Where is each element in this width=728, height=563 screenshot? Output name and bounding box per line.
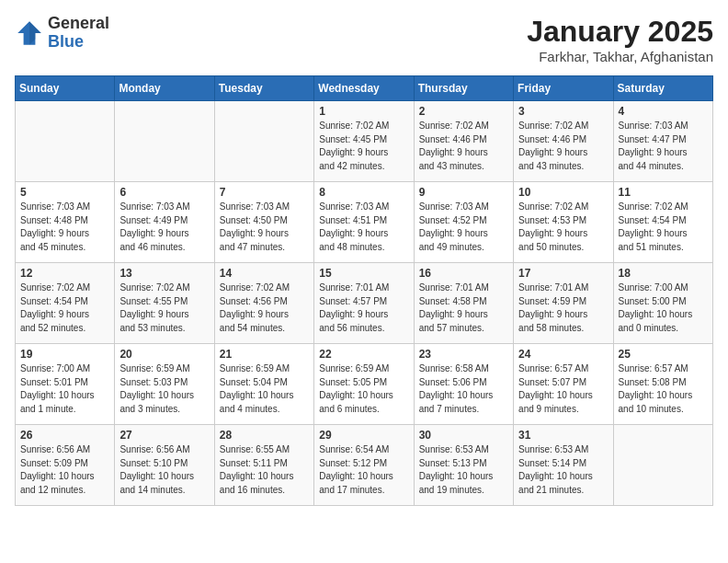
logo-text: General Blue [48,15,109,52]
calendar-cell: 3Sunrise: 7:02 AM Sunset: 4:46 PM Daylig… [514,101,613,182]
calendar-cell [16,101,115,182]
calendar-cell: 24Sunrise: 6:57 AM Sunset: 5:07 PM Dayli… [514,344,613,425]
calendar-body: 1Sunrise: 7:02 AM Sunset: 4:45 PM Daylig… [16,101,713,506]
day-info: Sunrise: 6:56 AM Sunset: 5:09 PM Dayligh… [20,443,109,497]
header-day-thursday: Thursday [414,76,513,101]
day-number: 31 [518,429,608,442]
week-row-2: 5Sunrise: 7:03 AM Sunset: 4:48 PM Daylig… [16,182,713,263]
calendar-cell: 17Sunrise: 7:01 AM Sunset: 4:59 PM Dayli… [514,263,613,344]
calendar-cell: 20Sunrise: 6:59 AM Sunset: 5:03 PM Dayli… [115,344,214,425]
day-number: 24 [518,348,608,361]
day-number: 10 [518,186,608,199]
day-info: Sunrise: 7:02 AM Sunset: 4:54 PM Dayligh… [619,201,708,254]
day-info: Sunrise: 7:02 AM Sunset: 4:53 PM Dayligh… [518,201,608,254]
header-day-tuesday: Tuesday [214,76,313,101]
calendar-cell: 18Sunrise: 7:00 AM Sunset: 5:00 PM Dayli… [613,263,712,344]
calendar-cell: 4Sunrise: 7:03 AM Sunset: 4:47 PM Daylig… [613,101,712,182]
day-info: Sunrise: 6:53 AM Sunset: 5:13 PM Dayligh… [419,443,508,497]
logo-icon [15,18,44,48]
calendar-cell: 16Sunrise: 7:01 AM Sunset: 4:58 PM Dayli… [414,263,513,344]
day-info: Sunrise: 6:59 AM Sunset: 5:03 PM Dayligh… [119,362,209,416]
day-info: Sunrise: 6:55 AM Sunset: 5:11 PM Dayligh… [220,443,309,497]
day-number: 29 [319,429,408,442]
calendar-cell: 26Sunrise: 6:56 AM Sunset: 5:09 PM Dayli… [16,425,115,506]
day-info: Sunrise: 7:02 AM Sunset: 4:46 PM Dayligh… [518,120,608,173]
day-info: Sunrise: 6:57 AM Sunset: 5:08 PM Dayligh… [619,362,708,416]
calendar-cell: 7Sunrise: 7:03 AM Sunset: 4:50 PM Daylig… [214,182,313,263]
calendar-cell: 13Sunrise: 7:02 AM Sunset: 4:55 PM Dayli… [115,263,214,344]
calendar-cell: 28Sunrise: 6:55 AM Sunset: 5:11 PM Dayli… [214,425,313,506]
day-info: Sunrise: 7:00 AM Sunset: 5:00 PM Dayligh… [619,282,708,335]
day-number: 16 [419,267,508,280]
logo-general-text: General [48,15,109,33]
day-info: Sunrise: 7:02 AM Sunset: 4:56 PM Dayligh… [220,282,309,335]
day-number: 8 [319,186,408,199]
week-row-3: 12Sunrise: 7:02 AM Sunset: 4:54 PM Dayli… [16,263,713,344]
day-info: Sunrise: 7:03 AM Sunset: 4:51 PM Dayligh… [319,201,408,254]
day-info: Sunrise: 6:57 AM Sunset: 5:07 PM Dayligh… [518,362,608,416]
calendar-header: SundayMondayTuesdayWednesdayThursdayFrid… [16,76,713,101]
location-title: Farkhar, Takhar, Afghanistan [527,49,713,64]
calendar-cell: 19Sunrise: 7:00 AM Sunset: 5:01 PM Dayli… [16,344,115,425]
calendar-cell: 30Sunrise: 6:53 AM Sunset: 5:13 PM Dayli… [414,425,513,506]
header-row: SundayMondayTuesdayWednesdayThursdayFrid… [16,76,713,101]
day-number: 3 [518,105,608,118]
calendar-cell: 31Sunrise: 6:53 AM Sunset: 5:14 PM Dayli… [514,425,613,506]
day-info: Sunrise: 7:01 AM Sunset: 4:57 PM Dayligh… [319,282,408,335]
day-number: 30 [419,429,508,442]
calendar-cell: 29Sunrise: 6:54 AM Sunset: 5:12 PM Dayli… [314,425,414,506]
day-number: 4 [619,105,708,118]
day-info: Sunrise: 7:03 AM Sunset: 4:48 PM Dayligh… [20,201,109,254]
day-number: 26 [20,429,109,442]
calendar-cell: 5Sunrise: 7:03 AM Sunset: 4:48 PM Daylig… [16,182,115,263]
day-number: 18 [619,267,708,280]
day-info: Sunrise: 7:03 AM Sunset: 4:47 PM Dayligh… [619,120,708,173]
logo-blue-text: Blue [48,33,109,52]
day-info: Sunrise: 7:02 AM Sunset: 4:55 PM Dayligh… [119,282,209,335]
day-number: 12 [20,267,109,280]
calendar-cell: 10Sunrise: 7:02 AM Sunset: 4:53 PM Dayli… [514,182,613,263]
day-info: Sunrise: 7:03 AM Sunset: 4:50 PM Dayligh… [220,201,309,254]
day-info: Sunrise: 6:59 AM Sunset: 5:04 PM Dayligh… [220,362,309,416]
calendar-cell [214,101,313,182]
day-number: 25 [619,348,708,361]
header-day-monday: Monday [115,76,214,101]
month-title: January 2025 [527,15,713,49]
calendar-cell: 23Sunrise: 6:58 AM Sunset: 5:06 PM Dayli… [414,344,513,425]
svg-marker-1 [29,21,41,45]
day-info: Sunrise: 7:03 AM Sunset: 4:49 PM Dayligh… [119,201,209,254]
calendar-cell: 12Sunrise: 7:02 AM Sunset: 4:54 PM Dayli… [16,263,115,344]
day-number: 22 [319,348,408,361]
calendar-cell: 1Sunrise: 7:02 AM Sunset: 4:45 PM Daylig… [314,101,414,182]
calendar-cell: 6Sunrise: 7:03 AM Sunset: 4:49 PM Daylig… [115,182,214,263]
header-day-saturday: Saturday [613,76,712,101]
day-info: Sunrise: 6:59 AM Sunset: 5:05 PM Dayligh… [319,362,408,416]
calendar-cell: 21Sunrise: 6:59 AM Sunset: 5:04 PM Dayli… [214,344,313,425]
day-info: Sunrise: 6:53 AM Sunset: 5:14 PM Dayligh… [518,443,608,497]
logo: General Blue [15,15,109,52]
header-day-sunday: Sunday [16,76,115,101]
day-number: 9 [419,186,508,199]
calendar-cell: 22Sunrise: 6:59 AM Sunset: 5:05 PM Dayli… [314,344,414,425]
calendar-cell [115,101,214,182]
day-number: 28 [220,429,309,442]
day-number: 23 [419,348,508,361]
day-info: Sunrise: 7:01 AM Sunset: 4:59 PM Dayligh… [518,282,608,335]
calendar-cell: 15Sunrise: 7:01 AM Sunset: 4:57 PM Dayli… [314,263,414,344]
day-number: 19 [20,348,109,361]
calendar-cell [613,425,712,506]
day-info: Sunrise: 7:02 AM Sunset: 4:45 PM Dayligh… [319,120,408,173]
calendar-table: SundayMondayTuesdayWednesdayThursdayFrid… [15,75,713,506]
calendar-cell: 9Sunrise: 7:03 AM Sunset: 4:52 PM Daylig… [414,182,513,263]
calendar-cell: 8Sunrise: 7:03 AM Sunset: 4:51 PM Daylig… [314,182,414,263]
day-number: 14 [220,267,309,280]
day-number: 1 [319,105,408,118]
page-header: General Blue January 2025 Farkhar, Takha… [15,15,713,64]
week-row-5: 26Sunrise: 6:56 AM Sunset: 5:09 PM Dayli… [16,425,713,506]
day-number: 15 [319,267,408,280]
calendar-cell: 14Sunrise: 7:02 AM Sunset: 4:56 PM Dayli… [214,263,313,344]
day-info: Sunrise: 6:58 AM Sunset: 5:06 PM Dayligh… [419,362,508,416]
day-info: Sunrise: 7:03 AM Sunset: 4:52 PM Dayligh… [419,201,508,254]
title-area: January 2025 Farkhar, Takhar, Afghanista… [527,15,713,64]
day-number: 27 [119,429,209,442]
